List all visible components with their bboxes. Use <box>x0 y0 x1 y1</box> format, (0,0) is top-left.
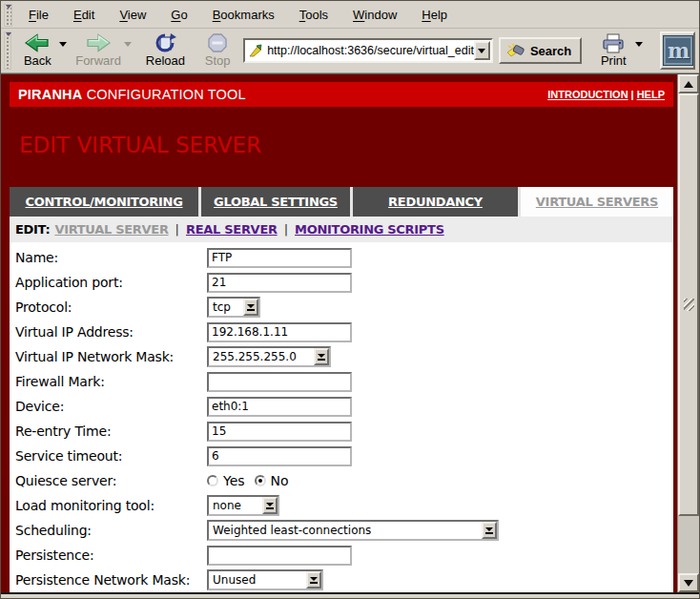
print-label: Print <box>601 53 627 68</box>
url-bar[interactable]: http://localhost:3636/secure/virtual_edi… <box>243 38 493 63</box>
service-timeout-input[interactable]: 6 <box>207 446 352 466</box>
field-control-persistence-network-mask: Unused <box>207 569 323 590</box>
stop-button[interactable]: Stop <box>196 31 239 70</box>
subnav-separator: | <box>169 222 186 237</box>
url-history-dropdown-icon[interactable] <box>474 41 490 60</box>
application-port-input[interactable]: 21 <box>207 273 352 293</box>
input-value: 192.168.1.11 <box>212 325 288 339</box>
scroll-down-button[interactable] <box>678 573 699 592</box>
tab-label: REDUNDANCY <box>388 195 483 209</box>
radio-label: No <box>271 473 289 488</box>
form-row-re-entry-time: Re-entry Time:15 <box>10 419 673 444</box>
browser-viewport: PIRANHA CONFIGURATION TOOL INTRODUCTION|… <box>1 73 699 594</box>
device-input[interactable]: eth0:1 <box>207 397 352 417</box>
scheduling-select[interactable]: Weighted least-connections <box>207 520 499 541</box>
vertical-scrollbar[interactable] <box>677 74 699 592</box>
field-label-quiesce-server: Quiesce server: <box>15 473 207 488</box>
bookmark-icon <box>249 44 263 57</box>
search-label: Search <box>530 44 571 58</box>
menu-edit[interactable]: Edit <box>61 4 107 26</box>
protocol-select[interactable]: tcp <box>207 297 260 318</box>
menu-tools[interactable]: Tools <box>287 4 340 26</box>
field-control-protocol: tcp <box>207 297 260 318</box>
form-row-firewall-mark: Firewall Mark: <box>10 369 673 394</box>
menu-view[interactable]: View <box>107 4 158 26</box>
virtual-ip-address-input[interactable]: 192.168.1.11 <box>207 322 352 342</box>
field-control-service-timeout: 6 <box>207 446 352 466</box>
scrollbar-grip-icon <box>684 299 694 311</box>
back-button[interactable]: Back <box>15 31 59 70</box>
field-control-re-entry-time: 15 <box>207 422 352 442</box>
menubar-grippy[interactable] <box>4 4 12 27</box>
field-label-service-timeout: Service timeout: <box>15 448 207 464</box>
select-value: none <box>209 497 262 514</box>
menu-go[interactable]: Go <box>158 4 199 26</box>
menu-file[interactable]: File <box>16 4 61 26</box>
menu-help[interactable]: Help <box>409 4 460 26</box>
navigation-toolbar: Back Forward Reload <box>1 29 699 73</box>
mozilla-logo-icon: m <box>663 35 693 66</box>
dropdown-arrow-icon[interactable] <box>262 497 278 514</box>
subnav-prefix: EDIT: <box>15 222 50 237</box>
input-value: eth0:1 <box>212 400 249 413</box>
load-monitoring-tool-select[interactable]: none <box>207 495 279 516</box>
persistence-input[interactable] <box>207 546 352 566</box>
field-control-quiesce-server: YesNo <box>207 473 299 488</box>
reload-button[interactable]: Reload <box>143 31 188 70</box>
form-row-service-timeout: Service timeout:6 <box>10 444 673 468</box>
scrollbar-thumb[interactable] <box>678 93 699 516</box>
name-input[interactable]: FTP <box>207 248 352 268</box>
scrollbar-track[interactable] <box>678 93 699 573</box>
field-label-persistence-network-mask: Persistence Network Mask: <box>15 572 207 588</box>
tab-virtual-servers[interactable]: VIRTUAL SERVERS <box>521 187 673 217</box>
forward-button[interactable]: Forward <box>72 31 123 70</box>
menu-list: FileEditViewGoBookmarksToolsWindowHelp <box>16 4 460 26</box>
form-row-protocol: Protocol:tcp <box>10 295 673 320</box>
menu-window[interactable]: Window <box>340 4 409 26</box>
header-links: INTRODUCTION|HELP <box>547 89 665 100</box>
field-control-scheduling: Weighted least-connections <box>207 520 499 541</box>
firewall-mark-input[interactable] <box>207 372 352 392</box>
real-server-link[interactable]: REAL SERVER <box>186 222 278 237</box>
re-entry-time-input[interactable]: 15 <box>207 422 352 442</box>
form-row-scheduling: Scheduling:Weighted least-connections <box>10 518 673 543</box>
scroll-down-icon <box>684 580 693 587</box>
subnav-separator-2: | <box>278 222 295 237</box>
print-button[interactable]: Print <box>591 31 635 70</box>
tab-label: CONTROL/MONITORING <box>25 195 182 209</box>
menu-bookmarks[interactable]: Bookmarks <box>200 4 287 26</box>
persistence-network-mask-select[interactable]: Unused <box>207 569 323 590</box>
tab-redundancy[interactable]: REDUNDANCY <box>353 187 521 217</box>
field-label-device: Device: <box>15 399 207 414</box>
form-row-device: Device:eth0:1 <box>10 394 673 419</box>
select-value: 255.255.255.0 <box>209 348 314 365</box>
monitoring-scripts-link[interactable]: MONITORING SCRIPTS <box>295 222 444 237</box>
header-link-separator: | <box>628 89 637 100</box>
quiesce-server-radio-no[interactable]: No <box>255 473 289 488</box>
virtual-ip-network-mask-select[interactable]: 255.255.255.0 <box>207 346 331 367</box>
dropdown-arrow-icon[interactable] <box>243 299 258 316</box>
search-button[interactable]: Search <box>499 37 582 64</box>
tab-global-settings[interactable]: GLOBAL SETTINGS <box>201 187 353 217</box>
url-input[interactable]: http://localhost:3636/secure/virtual_edi… <box>267 44 474 57</box>
field-label-protocol: Protocol: <box>15 300 207 315</box>
dropdown-arrow-icon[interactable] <box>314 348 329 365</box>
back-dropdown-icon[interactable] <box>59 42 67 47</box>
dropdown-arrow-icon[interactable] <box>306 571 321 589</box>
tab-control-monitoring[interactable]: CONTROL/MONITORING <box>10 187 201 217</box>
help-link[interactable]: HELP <box>637 89 665 100</box>
forward-dropdown-icon[interactable] <box>124 42 132 47</box>
quiesce-server-radio-yes[interactable]: Yes <box>207 473 245 488</box>
toolbar-grippy[interactable] <box>4 31 11 70</box>
form-row-virtual-ip-network-mask: Virtual IP Network Mask:255.255.255.0 <box>10 344 673 369</box>
dropdown-arrow-icon[interactable] <box>482 522 497 539</box>
print-dropdown-icon[interactable] <box>635 42 643 47</box>
introduction-link[interactable]: INTRODUCTION <box>547 89 628 100</box>
scroll-up-button[interactable] <box>678 74 699 93</box>
app-title: PIRANHA CONFIGURATION TOOL <box>18 87 246 102</box>
virtual-server-form: Name:FTPApplication port:21Protocol:tcpV… <box>10 242 673 592</box>
mozilla-logo-button[interactable]: m <box>660 31 695 70</box>
select-value: Unused <box>209 571 306 589</box>
scroll-up-icon <box>684 81 693 88</box>
stop-icon <box>207 32 228 53</box>
